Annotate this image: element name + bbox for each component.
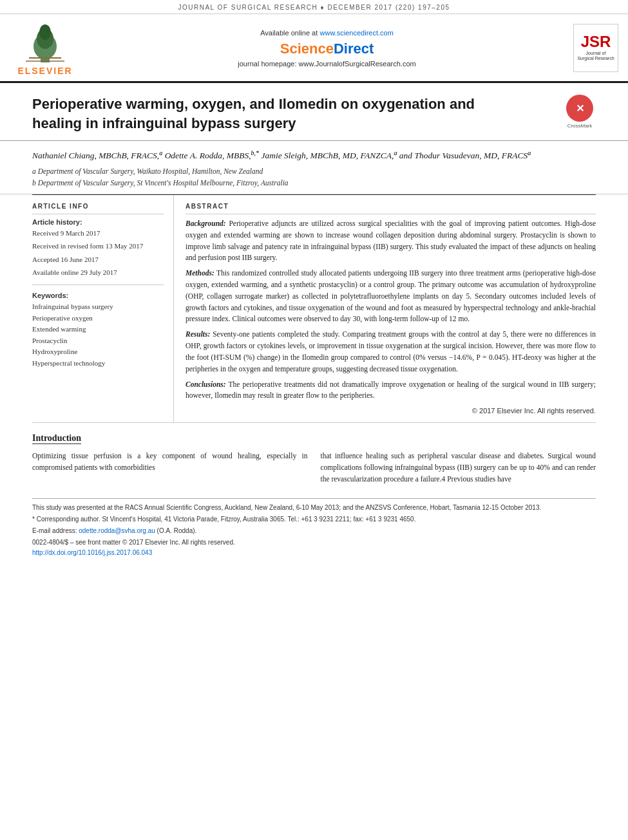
article-info-label: Article Info — [32, 203, 164, 210]
banner-center: Available online at www.sciencedirect.co… — [90, 28, 564, 68]
crossmark-icon: ✕ — [566, 95, 593, 122]
elsevier-logo: ELSEVIER — [6, 19, 84, 76]
footnote-1: This study was presented at the RACS Ann… — [32, 503, 596, 512]
journal-header-bar: Journal of Surgical Research ♦ December … — [0, 0, 628, 14]
keywords-label: Keywords: — [32, 292, 164, 299]
introduction-section: Introduction Optimizing tissue perfusion… — [0, 423, 628, 485]
available-online-date: Available online 29 July 2017 — [32, 267, 164, 278]
issn-text: 0022-4804/$ – see front matter © 2017 El… — [32, 537, 596, 547]
introduction-title: Introduction — [32, 433, 81, 444]
abstract-results: Results: Seventy-one patients completed … — [186, 329, 596, 375]
results-text: Seventy-one patients completed the study… — [186, 330, 596, 372]
article-history-label: Article history: — [32, 218, 164, 226]
doi-link[interactable]: http://dx.doi.org/10.1016/j.jss.2017.06.… — [32, 549, 596, 556]
article-info-abstract-section: Article Info Article history: Received 9… — [32, 194, 596, 423]
background-text: Perioperative adjuncts are utilized acro… — [186, 219, 596, 261]
crossmark-logo[interactable]: ✕ CrossMark — [564, 95, 596, 129]
accepted-date: Accepted 16 June 2017 — [32, 254, 164, 265]
received-date: Received 9 March 2017 — [32, 228, 164, 239]
article-title: Perioperative warming, oxygen, and Ilome… — [32, 95, 483, 133]
keyword-2: Perioperative oxygen — [32, 313, 164, 324]
article-title-section: Perioperative warming, oxygen, and Ilome… — [0, 83, 628, 141]
jsr-logo: JSR Journal ofSurgical Research — [570, 24, 622, 72]
introduction-columns: Optimizing tissue perfusion is a key com… — [32, 451, 596, 485]
sciencedirect-logo: ScienceDirect — [280, 41, 374, 57]
affiliation-b: b Department of Vascular Surgery, St Vin… — [32, 178, 596, 189]
jsr-letters: JSR — [581, 34, 611, 50]
keywords-list: Infrainguinal bypass surgery Perioperati… — [32, 301, 164, 369]
keyword-1: Infrainguinal bypass surgery — [32, 301, 164, 313]
authors-section: Nathaniel Chiang, MBChB, FRACS,a Odette … — [0, 141, 628, 194]
article-info-column: Article Info Article history: Received 9… — [32, 195, 174, 422]
journal-homepage-text: journal homepage: www.JournalofSurgicalR… — [238, 60, 415, 68]
conclusions-text: The perioperative treatments did not dra… — [186, 380, 596, 400]
affiliations: a Department of Vascular Surgery, Waikat… — [32, 166, 596, 189]
jsr-subtitle-text: Journal ofSurgical Research — [577, 51, 614, 62]
methods-text: This randomized controlled study allocat… — [186, 269, 596, 322]
affiliation-a: a Department of Vascular Surgery, Waikat… — [32, 166, 596, 177]
email-link[interactable]: odette.rodda@svha.org.au — [79, 527, 155, 534]
elsevier-text: ELSEVIER — [17, 66, 72, 76]
introduction-col1: Optimizing tissue perfusion is a key com… — [32, 451, 308, 485]
abstract-methods: Methods: This randomized controlled stud… — [186, 268, 596, 325]
footnotes-section: This study was presented at the RACS Ann… — [32, 498, 596, 556]
keyword-4: Prostacyclin — [32, 335, 164, 347]
abstract-label: Abstract — [186, 203, 596, 210]
keyword-5: Hydroxyproline — [32, 346, 164, 358]
received-revised-date: Received in revised form 13 May 2017 — [32, 241, 164, 252]
conclusions-label: Conclusions: — [186, 380, 226, 388]
journal-name: Journal of Surgical Research ♦ December … — [178, 4, 450, 11]
keyword-3: Extended warming — [32, 324, 164, 335]
available-online-text: Available online at www.sciencedirect.co… — [260, 28, 394, 38]
footnote-2: * Corresponding author. St Vincent's Hos… — [32, 514, 596, 524]
footnote-email: E-mail address: odette.rodda@svha.org.au… — [32, 526, 596, 536]
background-label: Background: — [186, 219, 226, 227]
abstract-conclusions: Conclusions: The perioperative treatment… — [186, 379, 596, 402]
abstract-background: Background: Perioperative adjuncts are u… — [186, 218, 596, 264]
copyright-text: © 2017 Elsevier Inc. All rights reserved… — [186, 407, 596, 415]
introduction-col2: that influence healing such as periphera… — [321, 451, 596, 485]
methods-label: Methods: — [186, 269, 214, 277]
abstract-column: Abstract Background: Perioperative adjun… — [174, 195, 596, 422]
journal-banner: ELSEVIER Available online at www.science… — [0, 14, 628, 83]
results-label: Results: — [186, 330, 210, 338]
keyword-6: Hyperspectral technology — [32, 358, 164, 369]
authors-line: Nathaniel Chiang, MBChB, FRACS,a Odette … — [32, 147, 596, 162]
svg-point-3 — [39, 24, 51, 40]
